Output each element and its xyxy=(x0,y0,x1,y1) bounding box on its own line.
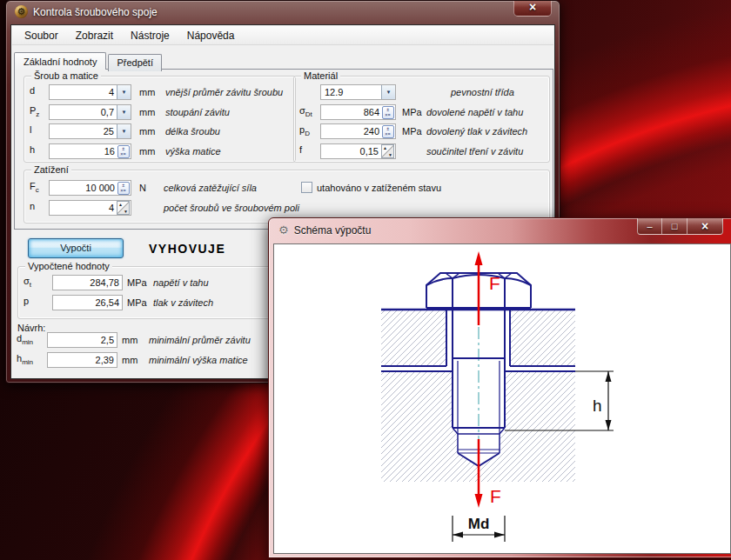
row-sigma-t: σt 284,78 MPa napětí v tahu xyxy=(18,275,292,290)
row-pevnostni-trida: 12.9▼ pevnostní třída xyxy=(294,84,549,100)
row-dmin: dmin 2,5 mm minimální průměr závitu xyxy=(17,332,251,348)
bolt-diagram-svg: F F h Md xyxy=(274,244,730,553)
group-title: Vypočtené hodnoty xyxy=(25,260,112,272)
height-dimension-label: h xyxy=(593,397,602,415)
schema-client-area: F F h Md xyxy=(273,243,731,554)
sigma-dt-input[interactable]: 864±×= xyxy=(320,104,396,120)
sigma-t-output: 284,78 xyxy=(52,275,123,290)
menu-nastroje[interactable]: Nástroje xyxy=(122,27,178,44)
minimize-button[interactable]: – xyxy=(637,218,662,235)
calculator-icon[interactable]: ±×= xyxy=(117,182,130,195)
row-d: d 4▼ mm vnější průměr závitu šroubu xyxy=(24,84,295,100)
row-sigma-dt: σDt 864±×= MPa dovolené napětí v tahu xyxy=(294,104,549,120)
hmin-output: 2,39 xyxy=(47,352,117,368)
group-sroub-a-matice: Šroub a matice d 4▼ mm vnější průměr záv… xyxy=(23,76,296,163)
window-caption-buttons: – □ × xyxy=(637,218,723,235)
f-input[interactable]: 0,15▲▼ xyxy=(320,143,396,159)
row-p: p 26,54 MPa tlak v závitech xyxy=(18,295,292,310)
spinner-control[interactable]: ▲▼ xyxy=(117,201,130,215)
group-title: Zatížení xyxy=(31,163,71,176)
tab-strip: Základní hodnoty Předpětí xyxy=(14,52,164,70)
group-vypoctene-hodnoty: Vypočtené hodnoty σt 284,78 MPa napětí v… xyxy=(17,266,293,319)
menu-napoveda[interactable]: Nápověda xyxy=(178,27,244,44)
row-n: n 4▲▼ počet šroubů ve šroubovém poli xyxy=(24,200,549,216)
schema-window: ⚙ Schéma výpočtu – □ × xyxy=(268,217,731,558)
group-zatizeni: Zatížení Fc 10 000±×= N celková zatěžují… xyxy=(23,170,550,223)
loaded-state-checkbox-row: utahováno v zatíženém stavu xyxy=(301,182,441,193)
fc-input[interactable]: 10 000±×= xyxy=(49,180,131,196)
group-title: Šroub a matice xyxy=(31,70,101,82)
plate1-left-hatch xyxy=(381,310,446,366)
pd-input[interactable]: 240±×= xyxy=(320,123,396,139)
tab-zakladni-hodnoty[interactable]: Základní hodnoty xyxy=(14,52,106,70)
main-window-title: Kontrola šroubového spoje xyxy=(33,6,158,18)
menu-bar: Soubor Zobrazit Nástroje Nápověda xyxy=(12,26,553,45)
p-output: 26,54 xyxy=(52,295,123,310)
pz-combobox[interactable]: 0,7▼ xyxy=(49,104,131,120)
row-pd: pD 240±×= MPa dovolený tlak v závitech xyxy=(294,123,549,139)
group-title: Materiál xyxy=(301,70,340,82)
spinner-control[interactable]: ▲▼ xyxy=(381,144,394,158)
row-f: f 0,15▲▼ součinitel tření v závitu xyxy=(294,143,549,159)
strength-class-combobox[interactable]: 12.9▼ xyxy=(320,84,396,100)
force-label-top: F xyxy=(489,273,500,293)
chevron-down-icon[interactable]: ▼ xyxy=(117,85,131,99)
schema-window-title: Schéma výpočtu xyxy=(294,224,372,237)
n-input[interactable]: 4▲▼ xyxy=(49,200,131,216)
plate1-right-hatch xyxy=(510,310,575,366)
tab-predpeti[interactable]: Předpětí xyxy=(108,54,162,71)
gear-icon: ⚙ xyxy=(278,223,289,237)
desktop-background: ⚙ Kontrola šroubového spoje × Soubor Zob… xyxy=(0,0,731,560)
row-pz: Pz 0,7▼ mm stoupání závitu xyxy=(24,104,295,120)
d-combobox[interactable]: 4▼ xyxy=(49,84,131,100)
checkbox-label: utahováno v zatíženém stavu xyxy=(317,183,441,193)
calculator-icon[interactable]: ±×= xyxy=(382,106,394,119)
row-fc: Fc 10 000±×= N celková zatěžující síla xyxy=(24,180,549,196)
compute-button[interactable]: Vypočti xyxy=(28,238,124,258)
l-combobox[interactable]: 25▼ xyxy=(49,123,131,139)
menu-soubor[interactable]: Soubor xyxy=(16,27,67,44)
row-h: h 16±×= mm výška matice xyxy=(24,143,295,159)
md-dimension-label: Md xyxy=(468,516,490,532)
maximize-button[interactable]: □ xyxy=(662,218,687,235)
close-button[interactable]: × xyxy=(687,218,723,235)
main-close-button[interactable]: × xyxy=(513,1,552,17)
calculator-icon[interactable]: ±×= xyxy=(382,125,394,138)
loaded-state-checkbox[interactable] xyxy=(301,182,312,193)
tab-page-zakladni: Šroub a matice d 4▼ mm vnější průměr záv… xyxy=(14,69,553,230)
chevron-down-icon[interactable]: ▼ xyxy=(117,105,131,119)
row-l: l 25▼ mm délka šroubu xyxy=(24,123,295,139)
result-status-text: VYHOVUJE xyxy=(149,242,225,256)
app-gear-icon: ⚙ xyxy=(15,5,28,18)
h-input[interactable]: 16±×= xyxy=(49,143,131,159)
calculator-icon[interactable]: ±×= xyxy=(117,145,130,158)
menu-zobrazit[interactable]: Zobrazit xyxy=(67,27,122,44)
force-label-bottom: F xyxy=(490,486,501,506)
schema-titlebar: ⚙ Schéma výpočtu xyxy=(278,223,371,237)
group-material: Materiál 12.9▼ pevnostní třída σDt 864±×… xyxy=(293,76,550,163)
main-titlebar: ⚙ Kontrola šroubového spoje xyxy=(15,5,158,18)
chevron-down-icon[interactable]: ▼ xyxy=(117,124,131,138)
dmin-output: 2,5 xyxy=(47,332,117,348)
chevron-down-icon[interactable]: ▼ xyxy=(381,85,395,99)
row-hmin: hmin 2,39 mm minimální výška matice xyxy=(17,352,248,368)
